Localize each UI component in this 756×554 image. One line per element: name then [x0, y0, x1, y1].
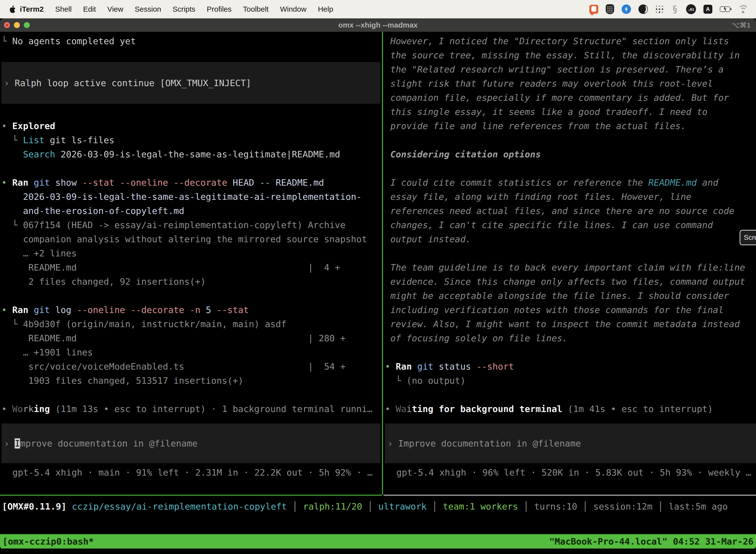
terminal-line [385, 345, 756, 359]
terminal-line: └ List git ls-files [1, 133, 382, 147]
text-segment: │ [652, 501, 669, 511]
menu-item-window[interactable]: Window [280, 5, 307, 13]
menu-item-profiles[interactable]: Profiles [207, 5, 232, 13]
terminal-line: 2 files changed, 92 insertions(+) [1, 275, 382, 289]
zoom-button[interactable] [24, 22, 30, 28]
iterm2-window: omx --xhigh --madmax ⌥⌘1 └ No agents com… [0, 18, 756, 550]
text-segment: • [1, 177, 12, 188]
left-prompt-input[interactable]: › Improve documentation in @filename [1, 424, 380, 463]
right-model-status-line: gpt-5.4 xhigh · 96% left · 520K in · 5.8… [396, 465, 756, 480]
window-titlebar[interactable]: omx --xhigh --madmax ⌥⌘1 [0, 18, 756, 32]
pie-chart-icon[interactable] [638, 4, 648, 14]
right-terminal-pane[interactable]: However, I noticed the "Directory Struct… [384, 32, 756, 495]
text-segment: essay file, along with finding root file… [385, 191, 691, 202]
text-segment: --decorate [174, 177, 233, 188]
menu-item-help[interactable]: Help [318, 5, 333, 13]
text-segment: • [1, 305, 12, 315]
text-segment: the "Related research writing" section i… [385, 64, 723, 74]
text-segment: └ [1, 220, 23, 230]
terminal-line: README.md | 280 + [1, 331, 382, 345]
terminal-line [1, 388, 382, 402]
text-segment: └ [385, 376, 406, 386]
ralph-loop-inject-box: › Ralph loop active continue [OMX_TMUX_I… [1, 62, 380, 104]
text-segment: companion file, especially if more comme… [385, 93, 729, 103]
menubar-status-icons: ..61A [589, 4, 749, 15]
left-model-status-line: gpt-5.4 xhigh · main · 91% left · 2.31M … [12, 465, 382, 480]
text-segment: Ran [12, 305, 34, 315]
text-segment: • [385, 362, 396, 372]
apple-icon[interactable] [9, 5, 16, 13]
tmux-status-bar: [omx-cczip0:bash* "MacBook-Pro-44.local"… [0, 534, 756, 549]
screen-tooltip[interactable]: Scre [740, 230, 756, 245]
text-segment: However, I noticed the "Directory Struct… [385, 36, 729, 46]
text-segment: -- [259, 177, 275, 188]
right-prompt-input[interactable]: › Improve documentation in @filename [385, 424, 756, 463]
omx-status-bar: [OMX#0.11.9] cczip/essay/ai-reimplementa… [2, 499, 756, 513]
figure-icon[interactable] [671, 4, 679, 15]
text-segment: Explored [12, 121, 55, 131]
menu-item-iterm2[interactable]: iTerm2 [20, 5, 44, 13]
text-segment: The team guideline is to back every impo… [385, 262, 745, 273]
text-segment: └ [1, 319, 23, 329]
terminal-line: src/voice/voiceModeEnabled.ts | 54 + [1, 359, 382, 374]
text-segment: src/voice/voiceModeEnabled.ts | 54 + [1, 362, 345, 372]
input-source-icon[interactable]: A [703, 5, 712, 14]
terminal-line [1, 161, 382, 175]
menu-item-toolbelt[interactable]: Toolbelt [243, 5, 269, 13]
text-segment: │ [518, 501, 534, 511]
wifi-icon[interactable] [738, 5, 749, 13]
text-segment: might be acceptable alongside the file l… [385, 291, 729, 301]
close-button[interactable] [4, 22, 10, 28]
text-segment: README.md | 4 + [1, 262, 340, 273]
text-segment: the source tree, missing the essay. Stil… [385, 50, 740, 60]
battery-charging-icon[interactable] [720, 6, 730, 12]
window-shortcut-badge: ⌥⌘1 [732, 18, 751, 32]
terminal-line: including verification notes with those … [385, 303, 756, 317]
text-segment: Ran [396, 362, 417, 372]
text-segment: Improve documentation in @filename [398, 438, 581, 448]
left-pane-bottom-border [0, 495, 382, 496]
terminal-line: slight risk that future readers may over… [385, 76, 756, 91]
menu-item-scripts[interactable]: Scripts [173, 5, 195, 13]
dots-grid-icon[interactable] [655, 5, 664, 13]
text-segment [66, 501, 72, 511]
terminal-area: └ No agents completed yet › Ralph loop a… [0, 32, 756, 495]
pane-divider[interactable] [382, 32, 383, 495]
text-segment: output instead. [385, 234, 471, 244]
menu-item-shell[interactable]: Shell [55, 5, 72, 13]
terminal-line: I could cite commit statistics or refere… [385, 175, 756, 189]
text-segment: git ls-files [44, 135, 114, 145]
terminal-line: evidence. Since this change only affects… [385, 275, 756, 289]
text-segment: ultrawork [378, 501, 427, 511]
battery-61-badge-icon[interactable]: ..61 [686, 4, 696, 14]
text-segment: (11m 13s • esc to interrupt) · 1 backgro… [50, 404, 372, 414]
terminal-line: The team guideline is to back every impo… [385, 260, 756, 275]
menu-item-view[interactable]: View [107, 5, 123, 13]
terminal-line: changes, I can't cite specific file line… [385, 218, 756, 232]
text-segment: │ [427, 501, 443, 511]
menu-item-edit[interactable]: Edit [83, 5, 96, 13]
screenshot-tool-icon[interactable] [589, 5, 598, 14]
text-segment: 2026-03-09-is-legal-the-same-as-legitima… [1, 191, 362, 202]
left-terminal-pane[interactable]: └ No agents completed yet › Ralph loop a… [0, 32, 382, 495]
text-segment: evidence. Since this change only affects… [385, 277, 745, 287]
terminal-line: └ (no output) [385, 374, 756, 388]
text-segment: ting for background terminal [412, 404, 562, 414]
text-segment: Ran [12, 177, 34, 188]
text-segment: 1903 files changed, 513517 insertions(+) [1, 376, 243, 386]
text-segment: └ [1, 135, 23, 145]
terminal-line [1, 48, 382, 62]
text-segment: companion analysis without altering the … [1, 234, 367, 244]
text-segment: rk [23, 404, 34, 414]
menu-item-session[interactable]: Session [135, 5, 161, 13]
text-segment: … +2 lines [1, 248, 77, 258]
menu-items: iTerm2ShellEditViewSessionScriptsProfile… [20, 5, 333, 13]
text-segment: 4b9d30f (origin/main, instructkr/main, m… [23, 319, 287, 329]
signal-badge-icon[interactable] [622, 4, 631, 14]
terminal-line: Considering citation options [385, 147, 756, 161]
tmux-session-label: [omx-cczip0:bash* [2, 536, 94, 547]
text-segment: ing [34, 404, 50, 414]
minimize-button[interactable] [14, 22, 20, 28]
shield-grid-icon[interactable] [606, 4, 614, 14]
terminal-line: 1903 files changed, 513517 insertions(+) [1, 374, 382, 388]
